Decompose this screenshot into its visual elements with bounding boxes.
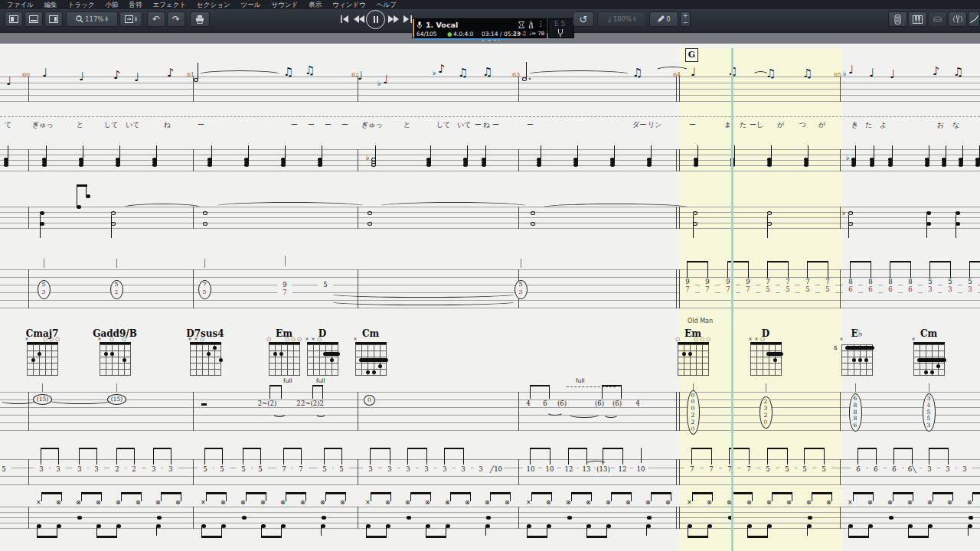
menu-item-9[interactable]: 表示 bbox=[309, 0, 322, 9]
zoom-spinner[interactable]: ▲▼ bbox=[105, 16, 107, 22]
score-area[interactable]: 606162636465GOld Manてぎゅっとしていてねーーーーーぎゅっとし… bbox=[0, 44, 980, 551]
drum-head-hihat: ⊗ bbox=[867, 500, 873, 506]
fit-spinner[interactable]: ▲▼ bbox=[135, 16, 137, 22]
barline bbox=[518, 459, 519, 485]
speed-control[interactable]: ♩ 100% ▲▼ bbox=[597, 11, 646, 27]
tab-number: 3 bbox=[942, 286, 958, 293]
tab-number: 4 bbox=[626, 400, 649, 407]
tab-number: 3 bbox=[923, 286, 938, 293]
lyric-token: ね bbox=[164, 120, 171, 130]
chord-string-marker: ○ bbox=[316, 336, 322, 342]
lyric-token: ね bbox=[483, 120, 490, 130]
drum-head-hihat: ⊗ bbox=[220, 500, 226, 506]
menu-item-4[interactable]: 音符 bbox=[129, 0, 142, 9]
chord-grid[interactable] bbox=[307, 344, 338, 376]
menu-item-7[interactable]: ツール bbox=[241, 0, 261, 9]
increment-control[interactable]: + − bbox=[680, 11, 691, 27]
edit-tool-control[interactable]: 0 bbox=[649, 11, 678, 27]
fretboard-view-button[interactable] bbox=[888, 11, 907, 27]
tab-number: 8 bbox=[883, 279, 898, 285]
drum-stem bbox=[450, 494, 451, 501]
menu-item-11[interactable]: ヘルプ bbox=[377, 0, 397, 9]
zoom-control[interactable]: 117% ▲▼ bbox=[66, 11, 118, 27]
tab-number: 2 bbox=[109, 466, 125, 473]
chord-grid[interactable] bbox=[678, 344, 709, 376]
lyric-token: して bbox=[436, 120, 450, 130]
menu-item-6[interactable]: セクション bbox=[197, 0, 230, 9]
lyric-token: ー bbox=[325, 120, 332, 130]
rewind-button[interactable] bbox=[351, 13, 366, 24]
pause-button[interactable] bbox=[366, 10, 385, 29]
tab-beam bbox=[312, 385, 323, 399]
menu-item-5[interactable]: エフェクト bbox=[153, 0, 187, 9]
menu-item-3[interactable]: 小節 bbox=[106, 0, 119, 9]
chord-grid[interactable] bbox=[190, 344, 221, 376]
view-page-button[interactable] bbox=[5, 11, 23, 27]
chord-stack-stem bbox=[467, 145, 468, 164]
loop-button[interactable]: ↺ bbox=[573, 11, 594, 27]
chord-nut bbox=[190, 342, 221, 344]
drums-view-button[interactable] bbox=[928, 11, 947, 27]
chord-nut bbox=[913, 342, 945, 344]
redo-button[interactable]: ↷ bbox=[167, 11, 185, 27]
drum-stem bbox=[571, 494, 572, 501]
lyric-token: して bbox=[104, 120, 118, 130]
line-in-button[interactable] bbox=[968, 11, 980, 27]
display-menu-icon[interactable]: ⋮ bbox=[537, 20, 544, 28]
tab-number: 6 bbox=[848, 396, 863, 402]
tab-number: 3 bbox=[400, 466, 416, 473]
barline-double bbox=[676, 507, 677, 529]
fit-page-control[interactable]: ▲▼ bbox=[119, 11, 142, 27]
tab-number: 6 bbox=[863, 286, 878, 293]
menu-item-2[interactable]: トラック bbox=[68, 0, 95, 9]
tab-number: 12 bbox=[561, 466, 577, 473]
drum-stem bbox=[325, 494, 326, 501]
lyric-token: ぎゅっ bbox=[361, 120, 383, 130]
barline bbox=[840, 269, 841, 308]
tab-number: 6 bbox=[887, 466, 902, 473]
tuner-view-button[interactable] bbox=[948, 11, 967, 27]
drum-head-hihat: ⊗ bbox=[136, 500, 141, 506]
barline-double bbox=[676, 269, 677, 308]
lyric-token: ー bbox=[291, 120, 298, 130]
playback-progress-bar[interactable] bbox=[413, 38, 508, 40]
tab-number: 5 bbox=[820, 286, 835, 293]
tab-number: 2~(2)2 bbox=[301, 400, 324, 407]
tab-number: 5 bbox=[923, 279, 938, 285]
tab-beam bbox=[804, 448, 825, 465]
note-head bbox=[956, 211, 960, 215]
tab-number: 12 bbox=[615, 466, 630, 473]
menu-item-10[interactable]: ウィンドウ bbox=[332, 0, 366, 9]
tab-number: 2 bbox=[126, 466, 142, 473]
view-horizontal-button[interactable] bbox=[24, 11, 43, 27]
drum-beam bbox=[571, 492, 592, 494]
view-vertical-button[interactable] bbox=[44, 11, 63, 27]
tab-number: 3 bbox=[921, 396, 936, 402]
print-button[interactable] bbox=[190, 11, 210, 27]
chord-grid[interactable] bbox=[269, 344, 300, 376]
pause-icon bbox=[373, 16, 379, 23]
menu-item-0[interactable]: ファイル bbox=[7, 0, 34, 9]
keyboard-view-button[interactable] bbox=[908, 11, 927, 27]
note-glyph: ♩ bbox=[358, 70, 363, 82]
drum-head-hihat: ⊗ bbox=[240, 500, 246, 506]
strum-tick bbox=[641, 448, 642, 463]
barline bbox=[193, 507, 194, 529]
undo-button[interactable]: ↶ bbox=[147, 11, 165, 27]
drum-head-hihat: ⊗ bbox=[786, 500, 792, 506]
bend-arc bbox=[547, 409, 564, 416]
menu-item-8[interactable]: サウンド bbox=[272, 0, 299, 9]
speed-spinner[interactable]: ▲▼ bbox=[633, 16, 635, 22]
chord-string-marker: ○ bbox=[54, 336, 60, 342]
chord-stack-stem bbox=[929, 145, 929, 164]
tab-number: 2 bbox=[685, 419, 701, 425]
forward-button[interactable] bbox=[386, 13, 400, 24]
drum-beam bbox=[206, 492, 227, 494]
chord-grid[interactable] bbox=[750, 344, 782, 376]
skip-start-button[interactable] bbox=[338, 13, 351, 24]
chord-grid[interactable] bbox=[100, 344, 131, 376]
menu-item-1[interactable]: 編集 bbox=[44, 0, 57, 9]
chord-nut bbox=[307, 342, 338, 344]
note-stem bbox=[693, 215, 694, 238]
drum-head-hihat: ⊗ bbox=[707, 500, 712, 506]
